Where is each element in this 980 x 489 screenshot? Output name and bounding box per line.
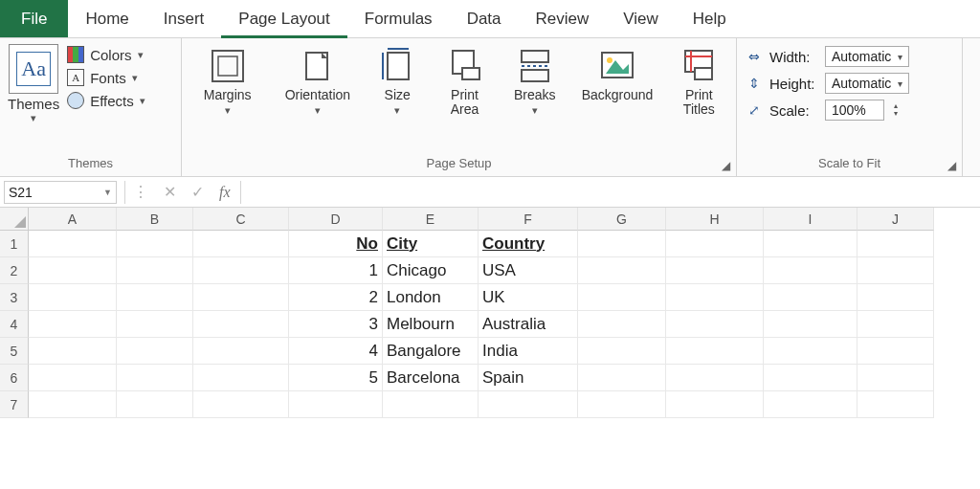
cell[interactable]: [117, 391, 193, 418]
cell[interactable]: [858, 284, 934, 311]
row-header-6[interactable]: 6: [0, 365, 29, 391]
cell[interactable]: [666, 365, 764, 391]
cell[interactable]: [764, 391, 858, 418]
cell[interactable]: Melbourn: [383, 311, 479, 338]
row-header-7[interactable]: 7: [0, 391, 29, 418]
cell[interactable]: City: [383, 231, 479, 257]
tab-insert[interactable]: Insert: [146, 0, 222, 37]
cell[interactable]: [383, 391, 479, 418]
row-header-3[interactable]: 3: [0, 284, 29, 311]
cell[interactable]: [578, 284, 666, 311]
cell[interactable]: [858, 257, 934, 284]
cancel-icon[interactable]: ✕: [164, 183, 176, 201]
cell[interactable]: 2: [289, 284, 383, 311]
column-header-J[interactable]: J: [858, 208, 934, 231]
cell[interactable]: [858, 231, 934, 257]
row-header-4[interactable]: 4: [0, 311, 29, 338]
column-header-B[interactable]: B: [117, 208, 193, 231]
cell[interactable]: Barcelona: [383, 365, 479, 391]
cell[interactable]: [578, 231, 666, 257]
column-header-A[interactable]: A: [29, 208, 117, 231]
cell[interactable]: [578, 365, 666, 391]
cell[interactable]: [764, 284, 858, 311]
cell[interactable]: 5: [289, 365, 383, 391]
fonts-button[interactable]: Fonts ▾: [67, 69, 145, 86]
column-header-F[interactable]: F: [479, 208, 578, 231]
column-header-C[interactable]: C: [193, 208, 289, 231]
themes-button[interactable]: Aa Themes ▾: [8, 44, 59, 124]
cell[interactable]: [666, 311, 764, 338]
background-button[interactable]: Background: [576, 44, 658, 102]
cell[interactable]: Country: [479, 231, 578, 257]
orientation-button[interactable]: Orientation ▾: [277, 44, 359, 117]
page-setup-launcher[interactable]: ◢: [719, 159, 732, 172]
cell[interactable]: [764, 231, 858, 257]
row-header-2[interactable]: 2: [0, 257, 29, 284]
cell[interactable]: [666, 391, 764, 418]
cell[interactable]: [764, 257, 858, 284]
print-titles-button[interactable]: Print Titles: [673, 44, 724, 118]
cell[interactable]: Chicago: [383, 257, 479, 284]
column-header-E[interactable]: E: [383, 208, 479, 231]
tab-file[interactable]: File: [0, 0, 68, 37]
tab-formulas[interactable]: Formulas: [347, 0, 450, 37]
cell[interactable]: [764, 311, 858, 338]
cell[interactable]: [29, 391, 117, 418]
cell[interactable]: London: [383, 284, 479, 311]
cell[interactable]: [193, 391, 289, 418]
cell[interactable]: Australia: [479, 311, 578, 338]
cell[interactable]: No: [289, 231, 383, 257]
cell[interactable]: [858, 311, 934, 338]
tab-home[interactable]: Home: [68, 0, 145, 37]
row-header-5[interactable]: 5: [0, 338, 29, 365]
cell[interactable]: 1: [289, 257, 383, 284]
breaks-button[interactable]: Breaks ▾: [508, 44, 562, 117]
scale-launcher[interactable]: ◢: [945, 159, 958, 172]
tab-help[interactable]: Help: [676, 0, 744, 37]
cell[interactable]: [193, 365, 289, 391]
cell[interactable]: [29, 365, 117, 391]
column-header-H[interactable]: H: [666, 208, 764, 231]
cell[interactable]: 4: [289, 338, 383, 365]
height-select[interactable]: Automatic▾: [825, 73, 909, 94]
print-area-button[interactable]: Print Area: [435, 44, 493, 118]
cell[interactable]: [666, 284, 764, 311]
tab-page-layout[interactable]: Page Layout: [221, 0, 346, 37]
cell[interactable]: [117, 284, 193, 311]
select-all-corner[interactable]: [0, 208, 29, 231]
colors-button[interactable]: Colors ▾: [67, 46, 145, 63]
cell[interactable]: UK: [479, 284, 578, 311]
cell[interactable]: [193, 284, 289, 311]
column-header-I[interactable]: I: [764, 208, 858, 231]
column-header-G[interactable]: G: [578, 208, 666, 231]
cell[interactable]: [117, 365, 193, 391]
cell[interactable]: India: [479, 338, 578, 365]
cell[interactable]: [578, 338, 666, 365]
size-button[interactable]: Size ▾: [373, 44, 421, 117]
cell[interactable]: [193, 257, 289, 284]
cell[interactable]: [764, 365, 858, 391]
tab-data[interactable]: Data: [450, 0, 519, 37]
cell[interactable]: [29, 338, 117, 365]
cell[interactable]: [858, 391, 934, 418]
options-icon[interactable]: ⋮: [133, 183, 148, 201]
cell[interactable]: [29, 284, 117, 311]
cell[interactable]: [666, 257, 764, 284]
name-box[interactable]: S21 ▼: [4, 181, 117, 204]
cell[interactable]: [29, 257, 117, 284]
width-select[interactable]: Automatic▾: [825, 46, 909, 67]
cell[interactable]: [289, 391, 383, 418]
fx-icon[interactable]: fx: [219, 184, 231, 201]
enter-icon[interactable]: ✓: [191, 183, 204, 201]
cell[interactable]: [479, 391, 578, 418]
cell[interactable]: USA: [479, 257, 578, 284]
cell[interactable]: [666, 231, 764, 257]
tab-view[interactable]: View: [606, 0, 676, 37]
cell[interactable]: [858, 365, 934, 391]
margins-button[interactable]: Margins ▾: [193, 44, 262, 117]
scale-input[interactable]: 100%: [825, 100, 884, 121]
cell[interactable]: Spain: [479, 365, 578, 391]
formula-input[interactable]: [240, 181, 980, 204]
cell[interactable]: 3: [289, 311, 383, 338]
cell[interactable]: [764, 338, 858, 365]
